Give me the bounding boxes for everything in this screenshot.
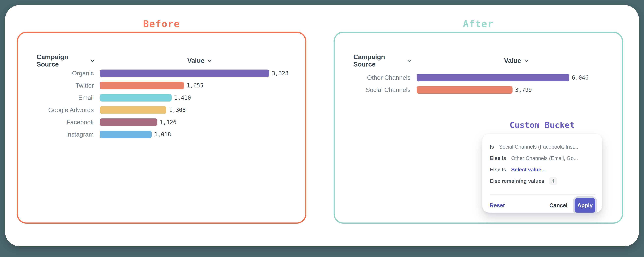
footer-actions: Cancel Apply xyxy=(550,198,595,213)
rule-condition-label: Else Is xyxy=(490,155,506,161)
bar-area: 1,410 xyxy=(100,94,298,102)
rule-value-text[interactable]: Social Channels (Facebook, Inst... xyxy=(499,144,578,150)
value-header[interactable]: Value xyxy=(416,57,615,64)
bar-label: Other Channels xyxy=(353,74,410,81)
rule-value-text[interactable]: Other Channels (Email, Go... xyxy=(511,155,578,161)
bucket-rule-row: IsSocial Channels (Facebook, Inst... xyxy=(490,141,595,153)
bar[interactable] xyxy=(100,94,172,102)
value-header-label: Value xyxy=(504,57,521,64)
bar-label: Google Adwords xyxy=(36,107,94,114)
before-chart: Campaign Source Value Organic3,328Twitte… xyxy=(36,57,298,141)
value-header[interactable]: Value xyxy=(100,57,298,64)
bar[interactable] xyxy=(100,69,269,77)
cancel-button[interactable]: Cancel xyxy=(550,202,568,209)
campaign-source-header-label: Campaign Source xyxy=(353,53,404,68)
table-row: Google Adwords1,308 xyxy=(36,104,298,116)
after-chart-header: Campaign Source Value xyxy=(353,57,615,64)
bar[interactable] xyxy=(416,86,512,94)
bar-label: Social Channels xyxy=(353,86,410,93)
bar[interactable] xyxy=(100,118,157,126)
before-panel: Campaign Source Value Organic3,328Twitte… xyxy=(17,32,306,224)
bar[interactable] xyxy=(100,131,152,138)
bar-value: 6,046 xyxy=(572,74,588,81)
bar-label: Instagram xyxy=(36,131,94,138)
bar-value: 3,799 xyxy=(515,87,532,93)
bar-value: 3,328 xyxy=(272,70,288,77)
bar-label: Facebook xyxy=(36,119,94,126)
bar-area: 1,126 xyxy=(100,118,298,126)
bar-area: 6,046 xyxy=(416,74,615,81)
table-row: Facebook1,126 xyxy=(36,116,298,128)
apply-button[interactable]: Apply xyxy=(574,198,595,213)
bar-label: Email xyxy=(36,94,94,101)
bucket-rules-list: IsSocial Channels (Facebook, Inst...Else… xyxy=(482,134,602,187)
rule-condition-label: Else remaining values xyxy=(490,178,544,184)
before-chart-header: Campaign Source Value xyxy=(36,57,298,64)
bar-area: 1,018 xyxy=(100,131,298,138)
chevron-down-icon xyxy=(407,58,411,62)
table-row: Other Channels6,046 xyxy=(353,71,615,84)
bar-area: 3,799 xyxy=(416,86,615,94)
before-bar-rows: Organic3,328Twitter1,655Email1,410Google… xyxy=(36,67,298,141)
bar-label: Twitter xyxy=(36,82,94,89)
select-value-link[interactable]: Select value... xyxy=(511,167,546,173)
table-row: Social Channels3,799 xyxy=(353,84,615,96)
after-bar-rows: Other Channels6,046Social Channels3,799 xyxy=(353,71,615,96)
table-row: Email1,410 xyxy=(36,92,298,104)
popup-footer: Reset Cancel Apply xyxy=(482,197,602,214)
reset-button[interactable]: Reset xyxy=(490,202,505,209)
after-title: After xyxy=(334,19,623,29)
comparison-card: Before Campaign Source Value Organic3,32… xyxy=(5,5,639,246)
table-row: Organic3,328 xyxy=(36,67,298,79)
rule-condition-label: Else Is xyxy=(490,167,506,173)
campaign-source-header[interactable]: Campaign Source xyxy=(353,53,410,68)
table-row: Twitter1,655 xyxy=(36,79,298,92)
campaign-source-header[interactable]: Campaign Source xyxy=(36,53,94,68)
chevron-down-icon xyxy=(524,58,528,62)
campaign-source-header-label: Campaign Source xyxy=(36,53,88,68)
table-row: Instagram1,018 xyxy=(36,128,298,141)
bar-label: Organic xyxy=(36,70,94,77)
after-chart: Campaign Source Value Other Channels6,04… xyxy=(353,57,615,96)
bar-area: 3,328 xyxy=(100,69,298,77)
bar[interactable] xyxy=(100,82,184,89)
before-title: Before xyxy=(17,19,306,29)
bar-value: 1,655 xyxy=(187,82,203,89)
bar-value: 1,018 xyxy=(154,131,171,138)
custom-bucket-popup: IsSocial Channels (Facebook, Inst...Else… xyxy=(482,134,602,213)
bar-area: 1,655 xyxy=(100,82,298,89)
bar-value: 1,308 xyxy=(169,107,186,113)
chevron-down-icon xyxy=(208,58,212,62)
custom-bucket-title: Custom Bucket xyxy=(482,120,602,130)
info-icon[interactable]: i xyxy=(550,177,557,185)
bar-area: 1,308 xyxy=(100,106,298,114)
chevron-down-icon xyxy=(90,58,94,62)
bucket-rule-row: Else IsSelect value... xyxy=(490,164,595,175)
popup-divider xyxy=(490,194,595,195)
bar[interactable] xyxy=(100,106,166,114)
rule-condition-label: Is xyxy=(490,144,494,150)
value-header-label: Value xyxy=(187,57,204,64)
bucket-rule-row: Else IsOther Channels (Email, Go... xyxy=(490,153,595,164)
bar-value: 1,126 xyxy=(160,119,176,125)
bucket-rule-row: Else remaining valuesi xyxy=(490,175,595,187)
bar[interactable] xyxy=(416,74,569,81)
bar-value: 1,410 xyxy=(174,94,191,101)
